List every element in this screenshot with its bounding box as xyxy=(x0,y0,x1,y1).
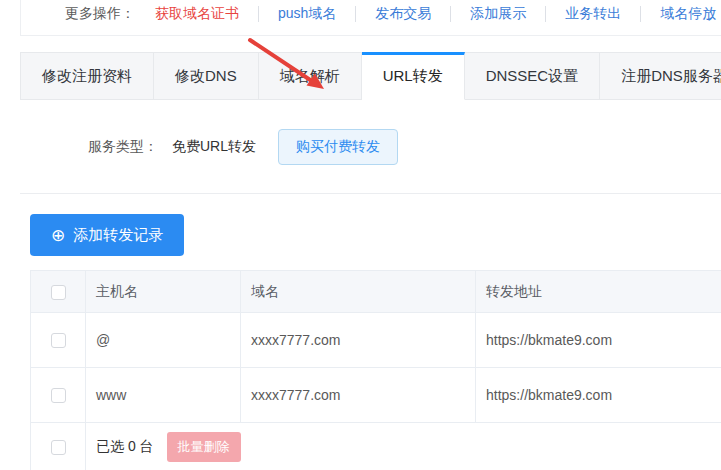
add-forward-record-label: 添加转发记录 xyxy=(73,226,163,245)
footer-select-all-checkbox[interactable] xyxy=(51,440,66,455)
forward-address-cell: https://bkmate9.com xyxy=(476,313,721,368)
hostname-cell: www xyxy=(86,368,241,423)
column-header-domain: 域名 xyxy=(241,271,476,313)
tab-domain-resolution[interactable]: 域名解析 xyxy=(259,52,362,100)
selected-count-text: 已选 0 台 xyxy=(96,438,154,456)
column-header-hostname: 主机名 xyxy=(86,271,241,313)
table-footer-row: 已选 0 台 批量删除 xyxy=(31,423,721,470)
circle-plus-icon: ⊕ xyxy=(51,227,65,244)
row-checkbox[interactable] xyxy=(51,333,66,348)
more-operations-label: 更多操作： xyxy=(65,5,135,23)
hostname-cell: @ xyxy=(86,313,241,368)
vertical-divider xyxy=(355,6,356,22)
domain-cell: xxxx7777.com xyxy=(241,313,476,368)
service-type-row: 服务类型： 免费URL转发 购买付费转发 xyxy=(88,129,398,165)
link-add-display[interactable]: 添加展示 xyxy=(470,5,526,23)
link-push-domain[interactable]: push域名 xyxy=(278,5,336,23)
table-row: www xxxx7777.com https://bkmate9.com xyxy=(31,368,721,423)
section-divider xyxy=(20,193,721,194)
link-publish-trade[interactable]: 发布交易 xyxy=(375,5,431,23)
buy-paid-forwarding-button[interactable]: 购买付费转发 xyxy=(278,129,398,165)
column-header-forward-address: 转发地址 xyxy=(476,271,721,313)
vertical-divider xyxy=(640,6,641,22)
link-domain-parking[interactable]: 域名停放 xyxy=(660,5,716,23)
tab-bar: 修改注册资料 修改DNS 域名解析 URL转发 DNSSEC设置 注册DNS服务… xyxy=(20,52,721,100)
batch-delete-button[interactable]: 批量删除 xyxy=(167,432,241,462)
forward-address-cell: https://bkmate9.com xyxy=(476,368,721,423)
more-operations-bar: 更多操作： 获取域名证书 push域名 发布交易 添加展示 业务转出 域名停放 xyxy=(20,0,721,36)
tab-url-forwarding[interactable]: URL转发 xyxy=(362,52,465,100)
row-checkbox[interactable] xyxy=(51,388,66,403)
vertical-divider xyxy=(450,6,451,22)
forward-records-table: 主机名 域名 转发地址 @ xxxx7777.com https://bkmat… xyxy=(30,270,721,470)
domain-cell: xxxx7777.com xyxy=(241,368,476,423)
tab-modify-registration-info[interactable]: 修改注册资料 xyxy=(20,52,154,100)
add-forward-record-button[interactable]: ⊕ 添加转发记录 xyxy=(30,214,184,256)
service-type-label: 服务类型： xyxy=(88,138,158,156)
vertical-divider xyxy=(258,6,259,22)
vertical-divider xyxy=(545,6,546,22)
tab-modify-dns[interactable]: 修改DNS xyxy=(154,52,259,100)
link-get-domain-certificate[interactable]: 获取域名证书 xyxy=(155,5,239,23)
tab-register-dns-server[interactable]: 注册DNS服务器 xyxy=(600,52,721,100)
table-row: @ xxxx7777.com https://bkmate9.com xyxy=(31,313,721,368)
select-all-checkbox[interactable] xyxy=(51,285,66,300)
table-header-row: 主机名 域名 转发地址 xyxy=(31,271,721,313)
tab-dnssec-settings[interactable]: DNSSEC设置 xyxy=(465,52,601,100)
service-type-value: 免费URL转发 xyxy=(172,138,256,156)
link-business-transfer-out[interactable]: 业务转出 xyxy=(565,5,621,23)
